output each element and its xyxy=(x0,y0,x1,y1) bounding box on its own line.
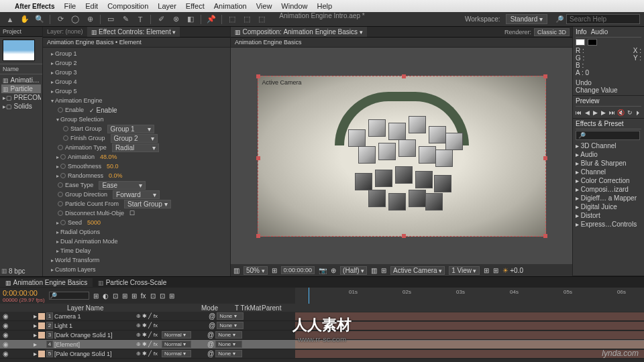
anim-type-dropdown[interactable]: Radial▾ xyxy=(112,143,159,152)
disclosure-icon[interactable]: ▸ xyxy=(55,220,60,226)
current-timecode[interactable]: 0:00:00:00 xyxy=(3,289,45,297)
group-label[interactable]: Group 4 xyxy=(55,78,77,85)
stopwatch-icon[interactable] xyxy=(60,220,66,225)
visibility-icon[interactable]: ◉ xyxy=(3,331,9,339)
zoom-dropdown[interactable]: 50% ▾ xyxy=(244,266,268,275)
blend-mode-dropdown[interactable]: Normal ▾ xyxy=(162,341,191,348)
pan-behind-tool-icon[interactable]: ⊕ xyxy=(84,14,96,25)
parent-dropdown[interactable]: None ▾ xyxy=(215,331,242,339)
pen-tool-icon[interactable]: ✎ xyxy=(119,14,131,25)
loop-icon[interactable]: ↻ xyxy=(627,109,633,117)
timecode-display[interactable]: 0:00:00:00 xyxy=(281,266,315,274)
bbox-handle[interactable] xyxy=(256,234,260,238)
collapsed-group-label[interactable]: Custom Layers xyxy=(55,266,96,273)
bbox-handle[interactable] xyxy=(543,74,547,78)
group-dir-dropdown[interactable]: Forward▾ xyxy=(113,190,160,199)
tl-toggle-icon[interactable]: ⊞ xyxy=(93,292,99,300)
effect-category[interactable]: ▸ Channel xyxy=(576,168,641,176)
group-label[interactable]: Group 1 xyxy=(55,50,77,57)
stopwatch-icon[interactable] xyxy=(60,164,66,169)
app-name[interactable]: After Effects xyxy=(15,3,54,10)
effect-controls-body[interactable]: ▸Group 1 ▸Group 2 ▸Group 3 ▸Group 4 ▸Gro… xyxy=(43,48,230,276)
layer-bar[interactable] xyxy=(295,331,644,339)
stopwatch-icon[interactable] xyxy=(60,173,66,178)
tl-toggle-icon[interactable]: ⊞ xyxy=(131,292,137,300)
visibility-icon[interactable]: ◉ xyxy=(3,350,9,357)
layer-color-swatch[interactable] xyxy=(38,313,45,320)
collapsed-group-label[interactable]: Render Settings xyxy=(55,276,99,276)
blend-mode-dropdown[interactable]: Normal ▾ xyxy=(162,350,191,357)
layer-row[interactable]: ◉ ▸ 2 Light 1 ⊕ ✱ ╱ fx @ None ▾ xyxy=(0,321,644,330)
last-frame-icon[interactable]: ⏭ xyxy=(609,109,615,117)
stopwatch-icon[interactable] xyxy=(58,210,63,216)
disclosure-icon[interactable]: ▸ xyxy=(55,164,60,170)
bbox-handle[interactable] xyxy=(402,74,406,78)
tl-toggle-icon[interactable]: ⊞ xyxy=(169,292,174,300)
disclosure-icon[interactable]: ▸ xyxy=(55,154,60,160)
parent-dropdown[interactable]: None ▾ xyxy=(215,350,242,357)
parent-dropdown[interactable]: None ▾ xyxy=(217,322,244,329)
bbox-handle[interactable] xyxy=(256,156,260,160)
parent-dropdown[interactable]: None ▾ xyxy=(217,312,244,320)
eraser-tool-icon[interactable]: ◧ xyxy=(184,14,197,25)
blend-mode-dropdown[interactable]: Normal ▾ xyxy=(162,331,191,339)
project-list[interactable]: ▥ Animati… ▥ Particle ▸▢ PRECOM… ▸▢ Soli… xyxy=(0,74,42,265)
clone-tool-icon[interactable]: ⊗ xyxy=(170,14,182,25)
play-icon[interactable]: ▶ xyxy=(592,109,598,117)
tl-toggle-icon[interactable]: ⊡ xyxy=(160,292,165,300)
disclosure-icon[interactable]: ▸ xyxy=(34,350,37,357)
tl-toggle-icon[interactable]: fx xyxy=(141,292,146,300)
project-tab[interactable]: Project xyxy=(0,27,42,37)
menu-effect[interactable]: Effect xyxy=(186,2,205,10)
smoothness-value[interactable]: 50.0 xyxy=(107,163,119,170)
tab-preview[interactable]: Preview xyxy=(576,97,600,105)
layer-color-swatch[interactable] xyxy=(38,322,45,329)
disclosure-icon[interactable]: ▸ xyxy=(34,331,37,339)
pickwhip-icon[interactable]: @ xyxy=(207,350,214,357)
disclosure-icon[interactable]: ▸ xyxy=(55,229,60,235)
disclosure-icon[interactable]: ▾ xyxy=(55,117,60,123)
pickwhip-icon[interactable]: @ xyxy=(207,341,214,348)
ease-type-dropdown[interactable]: Ease▾ xyxy=(99,181,146,190)
stopwatch-icon[interactable] xyxy=(63,135,68,141)
world-axis-icon[interactable]: ⬚ xyxy=(241,14,253,25)
group-label[interactable]: Group 3 xyxy=(55,69,77,76)
disclosure-icon[interactable]: ▸ xyxy=(50,79,55,85)
effect-category[interactable]: ▸ Digieff… a Mapper xyxy=(576,194,641,202)
menu-composition[interactable]: Composition xyxy=(107,2,148,10)
timeline-tab[interactable]: ▥ Animation Engine Basics xyxy=(0,278,93,287)
snapshot-icon[interactable]: 📷 xyxy=(319,267,327,274)
project-item[interactable]: ▥ Particle xyxy=(1,84,41,93)
menu-file[interactable]: File xyxy=(64,2,76,10)
tab-composition[interactable]: ▥ Composition: Animation Engine Basics ▾ xyxy=(231,27,367,37)
collapsed-group-label[interactable]: Dual Animation Mode xyxy=(60,238,118,245)
prev-frame-icon[interactable]: ◀ xyxy=(584,109,590,117)
randomness-value[interactable]: 0.0% xyxy=(109,172,123,179)
layer-row[interactable]: ◉ ▸ 3 [Dark Orange Solid 1] ⊕ ✱ ╱ fx Nor… xyxy=(0,330,644,340)
visibility-icon[interactable]: ◉ xyxy=(3,322,9,329)
camera-tool-icon[interactable]: ◯ xyxy=(69,14,81,25)
comp-viewport-area[interactable]: Active Camera xyxy=(231,48,572,264)
comp-breadcrumb[interactable]: Animation Engine Basics xyxy=(231,38,572,48)
exposure-value[interactable]: ☀ +0.0 xyxy=(502,267,524,274)
stopwatch-icon[interactable] xyxy=(58,192,63,197)
effect-category[interactable]: ▸ Digital Juice xyxy=(576,202,641,211)
hand-tool-icon[interactable]: ✋ xyxy=(19,14,31,25)
brush-tool-icon[interactable]: ✐ xyxy=(155,14,167,25)
view-axis-icon[interactable]: ⬚ xyxy=(256,14,268,25)
layer-color-swatch[interactable] xyxy=(38,351,45,357)
local-axis-icon[interactable]: ⬚ xyxy=(226,14,238,25)
effect-category[interactable]: ▸ 3D Channel xyxy=(576,141,641,150)
ram-preview-icon[interactable]: ⏵ xyxy=(635,109,641,117)
effects-list[interactable]: ▸ 3D Channel ▸ Audio ▸ Blur & Sharpen ▸ … xyxy=(576,141,641,229)
layer-bar[interactable] xyxy=(295,350,644,358)
disclosure-icon[interactable]: ▸ xyxy=(55,173,60,179)
menu-layer[interactable]: Layer xyxy=(158,2,176,10)
viewport[interactable]: Active Camera xyxy=(258,76,546,237)
effect-category[interactable]: ▸ Blur & Sharpen xyxy=(576,159,641,168)
disclosure-icon[interactable]: ▾ xyxy=(50,98,55,104)
animation-value[interactable]: 48.0% xyxy=(100,154,117,160)
collapsed-group-label[interactable]: Radial Options xyxy=(60,229,100,235)
layer-name[interactable]: [Dark Orange Solid 1] xyxy=(54,332,135,339)
stopwatch-icon[interactable] xyxy=(60,154,66,160)
